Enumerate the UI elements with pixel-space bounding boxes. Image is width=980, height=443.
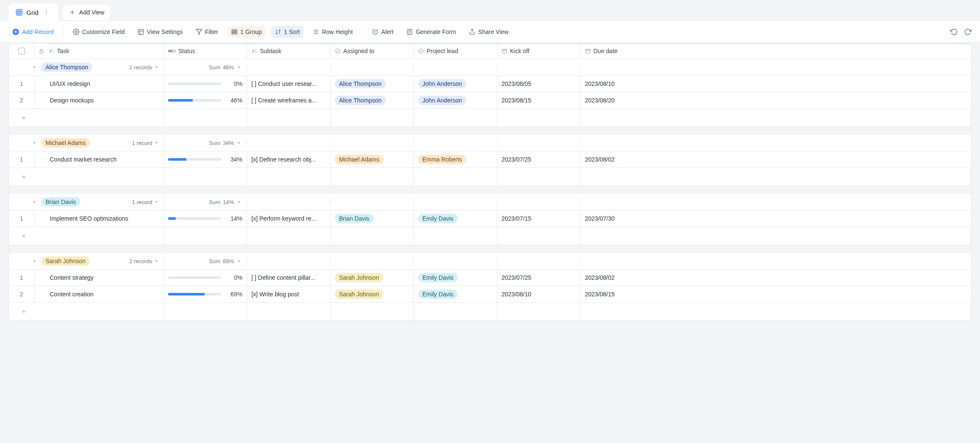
- add-row-button[interactable]: [9, 109, 164, 127]
- due-cell[interactable]: 2023/08/10: [581, 76, 971, 92]
- subtask-cell[interactable]: [ ] Conduct user resear...: [247, 76, 330, 92]
- task-cell[interactable]: Implement SEO optimizations: [34, 210, 164, 227]
- share-view-button[interactable]: Share View: [465, 26, 512, 38]
- due-cell[interactable]: 2023/08/02: [581, 270, 971, 286]
- sort-button[interactable]: 1 Sort: [271, 26, 303, 38]
- lead-cell[interactable]: John Anderson: [414, 76, 497, 92]
- task-cell[interactable]: UI/UX redesign: [34, 76, 164, 92]
- group-button[interactable]: 1 Group: [228, 26, 265, 38]
- status-cell[interactable]: 69%: [164, 286, 247, 302]
- grid-icon: [15, 9, 23, 16]
- group-collapse-toggle[interactable]: [32, 65, 37, 70]
- table-row[interactable]: 1 Implement SEO optimizations 14% [x] Pe…: [9, 210, 971, 227]
- table-row[interactable]: 1 Conduct market research 34% [x] Define…: [9, 151, 971, 168]
- group-collapse-toggle[interactable]: [32, 258, 37, 264]
- alert-button[interactable]: Alert: [368, 26, 397, 38]
- kickoff-cell[interactable]: 2023/07/25: [497, 270, 581, 286]
- status-cell[interactable]: 34%: [164, 151, 247, 168]
- group-record-count[interactable]: 1 record: [132, 140, 159, 146]
- task-cell[interactable]: Design mockups: [34, 92, 164, 108]
- generate-form-button[interactable]: Generate Form: [403, 26, 459, 38]
- group-name-tag[interactable]: Alice Thompson: [41, 62, 92, 72]
- lead-cell[interactable]: Emma Roberts: [414, 151, 497, 168]
- group-collapse-toggle[interactable]: [32, 140, 37, 145]
- row-height-button[interactable]: Row Height: [309, 26, 356, 38]
- assigned-cell[interactable]: Brian Davis: [330, 210, 414, 227]
- status-cell[interactable]: 14%: [164, 210, 247, 227]
- table-row[interactable]: 2 Design mockups 46% [ ] Create wirefram…: [9, 92, 971, 109]
- column-header-kickoff[interactable]: Kick off: [497, 43, 581, 59]
- column-header-lead[interactable]: Project lead: [414, 43, 497, 59]
- group-status-summary[interactable]: Sum 14%: [164, 199, 247, 205]
- view-tab-grid[interactable]: Grid: [9, 3, 58, 21]
- lead-cell[interactable]: Emily Davis: [414, 210, 497, 227]
- subtask-cell[interactable]: [ ] Define content pillar...: [247, 270, 330, 286]
- group-record-count[interactable]: 2 records: [129, 64, 159, 71]
- status-cell[interactable]: 0%: [164, 270, 247, 286]
- kickoff-cell[interactable]: 2023/08/05: [497, 76, 581, 92]
- add-view-button[interactable]: Add View: [63, 5, 110, 20]
- status-cell[interactable]: 46%: [164, 92, 247, 108]
- due-cell[interactable]: 2023/08/15: [581, 286, 971, 302]
- table-row[interactable]: 2 Content creation 69% [x] Write blog po…: [9, 286, 971, 303]
- empty-cell: [330, 227, 414, 245]
- add-row-button[interactable]: [9, 303, 164, 321]
- table-row[interactable]: 1 UI/UX redesign 0% [ ] Conduct user res…: [9, 76, 971, 92]
- group-label: 1 Group: [240, 28, 262, 35]
- assigned-cell[interactable]: Michael Adams: [330, 151, 414, 168]
- undo-icon[interactable]: [950, 28, 958, 36]
- select-all-checkbox[interactable]: [9, 43, 34, 59]
- group-name-tag[interactable]: Brian Davis: [41, 197, 80, 207]
- lead-cell[interactable]: Emily Davis: [414, 286, 497, 302]
- add-record-button[interactable]: Add Record: [9, 26, 57, 38]
- group-status-summary[interactable]: Sum 34%: [164, 140, 247, 146]
- subtask-cell[interactable]: [ ] Create wireframes a...: [247, 92, 330, 108]
- kickoff-cell[interactable]: 2023/08/10: [497, 286, 581, 302]
- view-settings-button[interactable]: View Settings: [134, 26, 186, 38]
- progress-label: 69%: [225, 291, 242, 298]
- customize-field-button[interactable]: Customize Field: [69, 26, 128, 38]
- due-cell[interactable]: 2023/07/30: [581, 210, 971, 227]
- group-name-tag[interactable]: Michael Adams: [41, 138, 90, 148]
- task-cell[interactable]: Content strategy: [34, 270, 164, 286]
- empty-cell: [497, 303, 581, 321]
- assigned-cell[interactable]: Sarah Johnson: [330, 270, 414, 286]
- group-record-count[interactable]: 2 records: [129, 258, 159, 264]
- task-cell[interactable]: Content creation: [34, 286, 164, 302]
- add-row-button[interactable]: [9, 227, 164, 245]
- column-header-assigned[interactable]: Assigned to: [330, 43, 414, 59]
- group-name-tag[interactable]: Sarah Johnson: [41, 256, 90, 266]
- lead-cell[interactable]: John Anderson: [414, 92, 497, 108]
- assigned-cell[interactable]: Alice Thompson: [330, 92, 414, 108]
- plus-circle-icon: [12, 28, 20, 36]
- assigned-cell[interactable]: Alice Thompson: [330, 76, 414, 92]
- due-cell[interactable]: 2023/08/20: [581, 92, 971, 108]
- kickoff-cell[interactable]: 2023/08/15: [497, 92, 581, 108]
- column-header-task[interactable]: Task: [34, 43, 164, 59]
- column-header-subtask[interactable]: Subtask: [247, 43, 330, 59]
- empty-cell: [414, 168, 497, 186]
- column-header-status[interactable]: Status: [164, 43, 247, 59]
- group-collapse-toggle[interactable]: [32, 199, 37, 204]
- group-record-count[interactable]: 1 record: [132, 199, 159, 205]
- due-cell[interactable]: 2023/08/02: [581, 151, 971, 168]
- view-tab-more-icon[interactable]: [42, 8, 51, 17]
- add-row-button[interactable]: [9, 168, 164, 186]
- table-row[interactable]: 1 Content strategy 0% [ ] Define content…: [9, 270, 971, 286]
- redo-icon[interactable]: [964, 28, 971, 36]
- group-status-summary[interactable]: Sum 69%: [164, 258, 247, 264]
- kickoff-cell[interactable]: 2023/07/25: [497, 151, 581, 168]
- group-empty-cell: [330, 64, 414, 71]
- task-cell[interactable]: Conduct market research: [34, 151, 164, 168]
- kickoff-cell[interactable]: 2023/07/15: [497, 210, 581, 227]
- filter-button[interactable]: Filter: [192, 26, 222, 38]
- alert-label: Alert: [381, 28, 393, 35]
- status-cell[interactable]: 0%: [164, 76, 247, 92]
- subtask-cell[interactable]: [x] Perform keyword re...: [247, 210, 330, 227]
- lead-cell[interactable]: Emily Davis: [414, 270, 497, 286]
- column-header-due[interactable]: Due date: [581, 43, 971, 59]
- assigned-cell[interactable]: Sarah Johnson: [330, 286, 414, 302]
- subtask-cell[interactable]: [x] Write blog post: [247, 286, 330, 302]
- subtask-cell[interactable]: [x] Define research obj...: [247, 151, 330, 168]
- group-status-summary[interactable]: Sum 46%: [164, 64, 247, 71]
